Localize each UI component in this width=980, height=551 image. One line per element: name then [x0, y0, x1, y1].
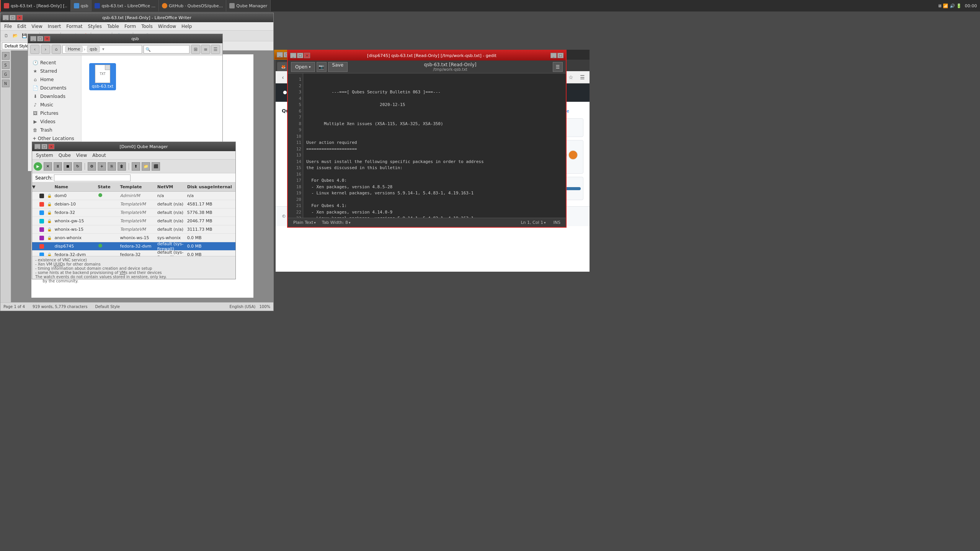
fm-sidebar-trash[interactable]: 🗑 Trash [28, 126, 81, 134]
gedit-plaintext-btn[interactable]: Plain Text ▾ [291, 220, 318, 225]
qm-search-input[interactable] [54, 174, 131, 181]
gedit-max2[interactable]: □ [557, 53, 564, 58]
fm-path-qsb[interactable]: qsb [87, 46, 100, 52]
lo-menu-tools[interactable]: Tools [139, 23, 155, 30]
qm-start-btn[interactable]: ▶ [34, 162, 42, 171]
taskbar-item-3[interactable]: GitHub · QubesOS/qube... [159, 0, 226, 11]
qm-row-debian10[interactable]: 🔒 debian-10 TemplateVM default (n/a) 458… [32, 200, 235, 209]
qm-menu-qube[interactable]: Qube [56, 152, 73, 159]
gedit-maximize-btn[interactable]: □ [297, 53, 303, 58]
qm-menu-system[interactable]: System [34, 152, 56, 159]
qm-resume-btn[interactable]: ⏸ [54, 162, 62, 171]
gedit-save-btn[interactable]: Save [328, 62, 348, 72]
xsa-minimize-btn[interactable]: _ [277, 52, 283, 57]
qm-col-name-header[interactable]: Name [53, 184, 98, 189]
gedit-position-btn[interactable]: Ln 1, Col 1 ▾ [518, 220, 548, 225]
fm-sidebar-downloads[interactable]: ⬇ Downloads [28, 92, 81, 101]
fm-sidebar-pictures[interactable]: 🖼 Pictures [28, 109, 81, 117]
lo-menu-view[interactable]: View [29, 23, 44, 30]
qm-add-btn[interactable]: + [98, 162, 106, 171]
qm-row-whonix-ws15[interactable]: 🔒 whonix-ws-15 TemplateVM default (n/a) … [32, 225, 235, 234]
qm-terminal-btn[interactable]: ⬛ [152, 162, 160, 171]
fm-search-input[interactable] [144, 45, 189, 54]
qm-row-whonix-gw15[interactable]: 🔒 whonix-gw-15 TemplateVM default (n/a) … [32, 217, 235, 225]
qm-pause-btn[interactable]: ✕ [44, 162, 52, 171]
qm-col-template-header[interactable]: Template [120, 184, 157, 189]
fm-sidebar-home[interactable]: ⌂ Home [28, 75, 81, 84]
lo-menu-insert[interactable]: Insert [46, 23, 63, 30]
qm-restart-btn[interactable]: ↻ [74, 162, 82, 171]
fm-sidebar-music[interactable]: ♪ Music [28, 101, 81, 109]
fm-home-nav-btn[interactable]: ⌂ [52, 45, 61, 54]
lo-menu-help[interactable]: Help [179, 23, 194, 30]
qm-files-btn[interactable]: 📁 [142, 162, 150, 171]
qm-col-internal-header[interactable]: Internal [213, 184, 235, 189]
taskbar-item-2[interactable]: qsb-63.txt - LibreOffice ... [91, 0, 159, 11]
gedit-tabwidth-btn[interactable]: Tab Width: 8 ▾ [320, 220, 353, 225]
qm-col-disk-header[interactable]: Disk usage [187, 184, 213, 189]
lo-menu-edit[interactable]: Edit [15, 23, 28, 30]
gedit-menu-btn[interactable]: ☰ [553, 62, 563, 72]
qm-window-controls[interactable]: _ □ × [34, 144, 54, 149]
fm-sidebar-videos[interactable]: ▶ Videos [28, 117, 81, 126]
fm-back-btn[interactable]: ‹ [30, 45, 39, 54]
lo-menu-file[interactable]: File [2, 23, 14, 30]
qm-col-netvm-header[interactable]: NetVM [157, 184, 187, 189]
ff-bookmark-btn[interactable]: ☆ [566, 72, 576, 82]
fm-minimize-btn[interactable]: _ [30, 36, 36, 41]
gedit-close-btn[interactable]: × [304, 53, 310, 58]
gedit-win-controls[interactable]: _ □ × [290, 53, 310, 58]
lo-menu-form[interactable]: Form [122, 23, 138, 30]
lo-sidebar-styles[interactable]: S [2, 61, 10, 69]
lo-menu-table[interactable]: Table [105, 23, 121, 30]
qm-row-anon-whonix[interactable]: 🔒 anon-whonix whonix-ws-15 sys-whonix 0.… [32, 234, 235, 242]
qm-row-fedora32[interactable]: 🔒 fedora-32 TemplateVM default (n/a) 577… [32, 209, 235, 217]
lo-menu-styles[interactable]: Styles [86, 23, 104, 30]
fm-menu-btn[interactable]: ☰ [211, 45, 220, 54]
qm-settings-btn[interactable]: ⚙ [88, 162, 96, 171]
fm-path-home[interactable]: Home [65, 46, 83, 52]
qm-delete-btn[interactable]: 🗑 [118, 162, 126, 171]
qm-row-dom0[interactable]: 🔒 dom0 AdminVM n/a n/a [32, 192, 235, 200]
gedit-min2[interactable]: _ [550, 53, 557, 58]
lo-window-controls[interactable]: _ □ × [3, 15, 23, 20]
lo-minimize-btn[interactable]: _ [3, 15, 9, 20]
fm-close-btn[interactable]: × [44, 36, 50, 41]
fm-maximize-btn[interactable]: □ [37, 36, 43, 41]
qm-menu-view[interactable]: View [74, 152, 89, 159]
gedit-open-btn[interactable]: Open ▾ [291, 62, 315, 72]
gedit-text-content[interactable]: ---===[ Qubes Security Bulletin 063 ]===… [303, 73, 566, 218]
lo-sidebar-properties[interactable]: P [2, 52, 10, 60]
qm-row-disp6745[interactable]: disp6745 fedora-32-dvm default (sys-fire… [32, 242, 235, 251]
lo-maximize-btn[interactable]: □ [10, 15, 16, 20]
qm-close-btn[interactable]: × [48, 144, 54, 149]
lo-new-btn[interactable]: 🗋 [2, 32, 10, 40]
qm-clone-btn[interactable]: ⎘ [108, 162, 116, 171]
fm-sidebar-recent[interactable]: 🕐 Recent [28, 59, 81, 67]
lo-sidebar-nav[interactable]: N [2, 80, 10, 87]
lo-menu-format[interactable]: Format [64, 23, 85, 30]
fm-file-qsb63[interactable]: TXT qsb-63.txt [89, 63, 116, 90]
lo-open-btn[interactable]: 📂 [11, 32, 20, 40]
ff-menu-btn[interactable]: ☰ [577, 72, 587, 82]
gedit-minimize-btn[interactable]: _ [290, 53, 296, 58]
gedit-win-controls-right[interactable]: _ □ [550, 53, 564, 58]
fm-list-view-btn[interactable]: ≡ [201, 45, 210, 54]
gedit-camera-btn[interactable]: 📷 [317, 62, 327, 72]
qm-row-fedora32dvm[interactable]: 🔒 fedora-32-dvm fedora-32 default (sys-f… [32, 251, 235, 256]
qm-stop-btn[interactable]: ⏹ [64, 162, 72, 171]
fm-grid-view-btn[interactable]: ⊞ [191, 45, 200, 54]
ff-back-btn[interactable]: ‹ [278, 72, 288, 82]
fm-sidebar-starred[interactable]: ★ Starred [28, 67, 81, 75]
lo-menu-window[interactable]: Window [156, 23, 178, 30]
lo-close-btn[interactable]: × [16, 15, 23, 20]
qm-maximize-btn[interactable]: □ [41, 144, 47, 149]
fm-window-controls[interactable]: _ □ × [30, 36, 50, 41]
fm-forward-btn[interactable]: › [41, 45, 50, 54]
qm-minimize-btn[interactable]: _ [34, 144, 41, 149]
taskbar-item-0[interactable]: qsb-63.txt - [Read-Only] [.. [0, 0, 71, 11]
taskbar-item-4[interactable]: Qube Manager [226, 0, 271, 11]
fm-sidebar-documents[interactable]: 📄 Documents [28, 84, 81, 92]
qm-col-state-header[interactable]: State [98, 184, 120, 189]
qm-menu-about[interactable]: About [90, 152, 108, 159]
